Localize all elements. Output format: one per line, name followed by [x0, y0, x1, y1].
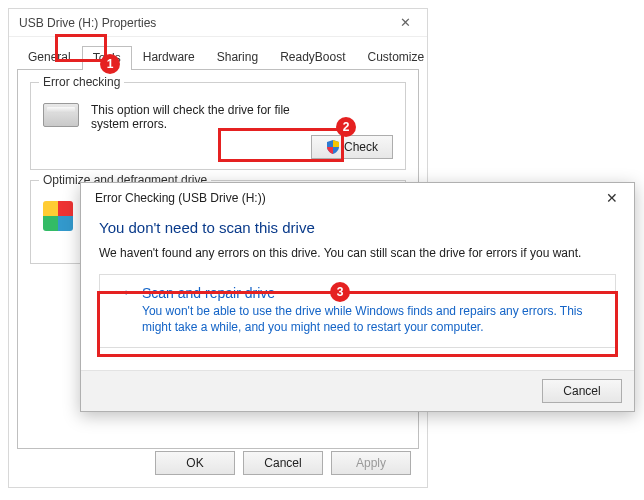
shield-icon — [326, 140, 340, 154]
error-checking-description: This option will check the drive for fil… — [91, 103, 291, 131]
ok-button[interactable]: OK — [155, 451, 235, 475]
tab-readyboost[interactable]: ReadyBoost — [269, 45, 356, 69]
error-checking-title: Error checking — [39, 75, 124, 89]
close-button[interactable]: ✕ — [389, 11, 421, 34]
drive-icon — [43, 103, 79, 127]
tab-tools[interactable]: Tools — [82, 46, 132, 70]
error-checking-dialog: Error Checking (USB Drive (H:)) ✕ You do… — [80, 182, 635, 412]
arrow-right-icon: → — [114, 285, 132, 299]
apply-button[interactable]: Apply — [331, 451, 411, 475]
error-checking-group: Error checking This option will check th… — [30, 82, 406, 170]
scan-repair-row[interactable]: → Scan and repair drive You won't be abl… — [99, 274, 616, 348]
dialog-cancel-button[interactable]: Cancel — [542, 379, 622, 403]
check-button[interactable]: Check — [311, 135, 393, 159]
dialog-heading: You don't need to scan this drive — [99, 219, 616, 236]
scan-description: You won't be able to use the drive while… — [142, 303, 603, 335]
tab-customize[interactable]: Customize — [357, 45, 436, 69]
tab-hardware[interactable]: Hardware — [132, 45, 206, 69]
tabs-row: General Tools Hardware Sharing ReadyBoos… — [9, 37, 427, 69]
cancel-button[interactable]: Cancel — [243, 451, 323, 475]
scan-title: Scan and repair drive — [142, 285, 603, 301]
dialog-close-button[interactable]: ✕ — [594, 184, 630, 212]
dialog-title: Error Checking (USB Drive (H:)) — [95, 191, 266, 205]
window-title: USB Drive (H:) Properties — [19, 16, 156, 30]
dialog-titlebar: Error Checking (USB Drive (H:)) ✕ — [81, 183, 634, 213]
defrag-icon — [43, 201, 73, 231]
dialog-subtext: We haven't found any errors on this driv… — [99, 246, 616, 260]
tab-sharing[interactable]: Sharing — [206, 45, 269, 69]
check-button-label: Check — [344, 140, 378, 154]
properties-buttons: OK Cancel Apply — [155, 451, 411, 475]
tab-general[interactable]: General — [17, 45, 82, 69]
dialog-footer: Cancel — [81, 370, 634, 411]
scan-texts: Scan and repair drive You won't be able … — [142, 285, 603, 335]
dialog-body: You don't need to scan this drive We hav… — [81, 213, 634, 370]
properties-titlebar: USB Drive (H:) Properties ✕ — [9, 9, 427, 37]
